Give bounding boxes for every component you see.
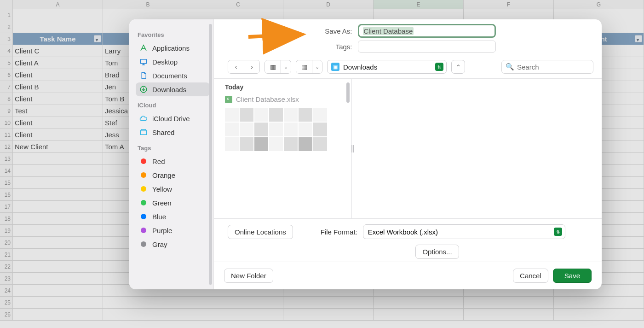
shared-icon — [139, 128, 148, 136]
tag-dot-icon — [139, 226, 148, 234]
grid-view-icon: ▦ — [296, 60, 312, 73]
location-popup[interactable]: ▣ Downloads ⇅ — [327, 60, 447, 74]
file-browser: Today Client Database.xlsx — [214, 78, 602, 219]
browser-toolbar: ‹ › ▥ ⌄ ▦ ⌄ ▣ Downloads ⇅ ⌃ 🔍 — [214, 57, 602, 78]
file-name: Client Database.xlsx — [236, 95, 299, 103]
sidebar-section-icloud: iCloud — [138, 102, 210, 109]
save-dialog: Favorites ApplicationsDesktopDocumentsDo… — [129, 19, 602, 289]
online-locations-button[interactable]: Online Locations — [228, 225, 293, 239]
sidebar-item-red[interactable]: Red — [136, 154, 210, 168]
sidebar-section-favorites: Favorites — [138, 31, 210, 38]
browser-group-today: Today — [225, 83, 351, 91]
app-icon — [139, 44, 148, 52]
tags-label: Tags: — [320, 43, 352, 51]
sidebar-item-label: Gray — [152, 240, 167, 248]
updown-chevron-icon: ⇅ — [554, 228, 562, 236]
view-mode-grid[interactable]: ▦ ⌄ — [296, 60, 322, 74]
chevron-down-icon: ⌄ — [312, 60, 322, 73]
tag-dot-icon — [139, 212, 148, 221]
folder-icon: ▣ — [331, 63, 339, 71]
sidebar-scrollbar[interactable] — [209, 24, 212, 285]
updown-chevron-icon: ⇅ — [435, 63, 443, 71]
save-as-label: Save As: — [320, 27, 352, 35]
sidebar-item-shared[interactable]: Shared — [136, 125, 210, 139]
save-button[interactable]: Save — [553, 269, 592, 283]
sidebar-item-purple[interactable]: Purple — [136, 223, 210, 237]
nav-forward-button[interactable]: › — [244, 60, 259, 73]
location-label: Downloads — [343, 63, 377, 71]
column-resize-handle[interactable] — [351, 145, 354, 152]
sidebar-item-label: Documents — [152, 72, 187, 80]
excel-file-icon — [225, 96, 232, 103]
cloud-icon — [139, 114, 148, 123]
sidebar-item-downloads[interactable]: Downloads — [136, 82, 210, 96]
sidebar-item-orange[interactable]: Orange — [136, 168, 210, 182]
sidebar-item-documents[interactable]: Documents — [136, 69, 210, 82]
pixelated-content — [225, 108, 351, 151]
sidebar-item-label: iCloud Drive — [152, 115, 190, 123]
columns-view-icon: ▥ — [265, 60, 281, 73]
down-icon — [139, 85, 148, 94]
sidebar-item-desktop[interactable]: Desktop — [136, 55, 210, 69]
browser-scrollbar[interactable] — [346, 82, 350, 103]
tags-input[interactable] — [358, 41, 496, 53]
sidebar-item-label: Blue — [152, 213, 166, 221]
save-as-field[interactable]: Client Database — [358, 24, 496, 38]
view-mode-columns[interactable]: ▥ ⌄ — [264, 60, 291, 74]
sidebar-item-label: Shared — [152, 129, 174, 136]
sidebar-item-label: Red — [152, 158, 165, 165]
sidebar-item-applications[interactable]: Applications — [136, 41, 210, 55]
sidebar-item-gray[interactable]: Gray — [136, 237, 210, 251]
chevron-down-icon: ⌄ — [281, 60, 291, 73]
nav-back-forward: ‹ › — [228, 60, 260, 74]
sidebar-item-blue[interactable]: Blue — [136, 210, 210, 223]
tag-dot-icon — [139, 185, 148, 193]
tag-dot-icon — [139, 240, 148, 248]
search-field[interactable]: 🔍 — [501, 60, 593, 74]
sidebar-section-tags: Tags — [138, 145, 210, 152]
options-button[interactable]: Options... — [415, 245, 459, 259]
file-format-value: Excel Workbook (.xlsx) — [368, 228, 438, 236]
browser-column-1[interactable]: Today Client Database.xlsx — [214, 79, 352, 218]
collapse-button[interactable]: ⌃ — [451, 60, 465, 74]
search-input[interactable] — [517, 63, 589, 71]
save-as-input-text: Client Database — [363, 27, 414, 35]
nav-back-button[interactable]: ‹ — [228, 60, 244, 73]
cancel-button[interactable]: Cancel — [513, 269, 548, 283]
desk-icon — [139, 58, 148, 66]
sidebar-item-label: Applications — [152, 44, 190, 52]
tag-dot-icon — [139, 157, 148, 165]
sidebar-item-green[interactable]: Green — [136, 196, 210, 210]
browser-column-2[interactable] — [352, 79, 602, 218]
sidebar-item-yellow[interactable]: Yellow — [136, 182, 210, 196]
dialog-footer: New Folder Cancel Save — [214, 262, 602, 289]
sidebar-item-label: Desktop — [152, 58, 178, 66]
sidebar-item-label: Downloads — [152, 86, 186, 94]
new-folder-button[interactable]: New Folder — [224, 269, 273, 283]
sidebar-item-label: Orange — [152, 171, 175, 179]
file-format-label: File Format: — [321, 228, 357, 236]
file-format-select[interactable]: Excel Workbook (.xlsx) ⇅ — [363, 224, 565, 239]
doc-icon — [139, 71, 148, 80]
dialog-sidebar: Favorites ApplicationsDesktopDocumentsDo… — [129, 19, 214, 289]
sidebar-item-label: Green — [152, 199, 172, 207]
sidebar-item-label: Purple — [152, 227, 172, 234]
search-icon: 🔍 — [506, 63, 514, 71]
svg-rect-0 — [140, 59, 147, 64]
tag-dot-icon — [139, 199, 148, 207]
sidebar-item-label: Yellow — [152, 185, 172, 193]
sidebar-item-icloud-drive[interactable]: iCloud Drive — [136, 111, 210, 125]
tag-dot-icon — [139, 171, 148, 179]
dialog-main: Save As: Client Database Tags: ‹ › ▥ ⌄ ▦… — [214, 19, 602, 289]
file-item[interactable]: Client Database.xlsx — [225, 94, 351, 105]
